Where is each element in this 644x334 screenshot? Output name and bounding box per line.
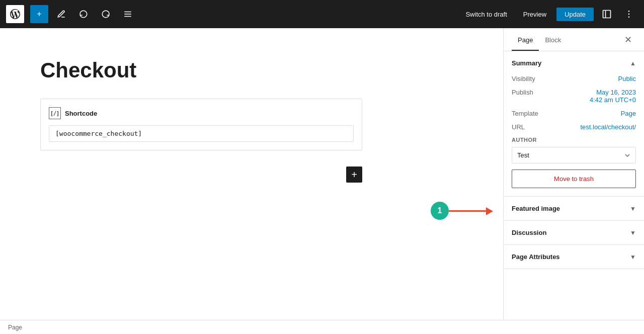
redo-button[interactable] bbox=[97, 5, 115, 23]
author-section: AUTHOR Test bbox=[512, 137, 636, 163]
sidebar: Page Block ✕ Summary ▲ Visibility Public… bbox=[503, 28, 644, 334]
switch-to-draft-button[interactable]: Switch to draft bbox=[459, 8, 513, 21]
shortcode-block[interactable]: [/] Shortcode bbox=[40, 99, 362, 150]
status-label: Page bbox=[8, 324, 22, 331]
more-options-button[interactable] bbox=[620, 5, 638, 23]
undo-button[interactable] bbox=[74, 5, 93, 23]
publish-time: 4:42 am UTC+0 bbox=[590, 96, 636, 104]
author-label: AUTHOR bbox=[512, 137, 636, 143]
discussion-chevron-icon: ▼ bbox=[630, 229, 636, 236]
publish-row: Publish May 16, 2023 4:42 am UTC+0 bbox=[512, 89, 636, 104]
template-value[interactable]: Page bbox=[621, 110, 636, 117]
block-header: [/] Shortcode bbox=[49, 107, 354, 119]
tools-button[interactable] bbox=[52, 5, 70, 23]
summary-content: Visibility Public Publish May 16, 2023 4… bbox=[504, 75, 644, 196]
main-layout: Checkout [/] Shortcode + 1 Page Block ✕ bbox=[0, 0, 644, 334]
publish-date: May 16, 2023 bbox=[596, 89, 636, 96]
template-label: Template bbox=[512, 110, 538, 117]
wordpress-logo[interactable] bbox=[6, 5, 24, 23]
toolbar-right: Switch to draft Preview Update bbox=[459, 5, 638, 23]
preview-button[interactable]: Preview bbox=[517, 8, 552, 21]
svg-point-6 bbox=[628, 14, 630, 15]
publish-value[interactable]: May 16, 2023 4:42 am UTC+0 bbox=[590, 89, 636, 104]
block-label: Shortcode bbox=[65, 110, 97, 117]
add-icon: + bbox=[37, 10, 41, 19]
page-title[interactable]: Checkout bbox=[40, 58, 463, 82]
status-bar: Page bbox=[0, 320, 644, 334]
template-row: Template Page bbox=[512, 110, 636, 117]
tab-page[interactable]: Page bbox=[512, 28, 539, 51]
featured-image-header[interactable]: Featured image ▼ bbox=[504, 197, 644, 220]
discussion-title: Discussion bbox=[512, 229, 546, 236]
featured-image-section: Featured image ▼ bbox=[504, 197, 644, 221]
visibility-value[interactable]: Public bbox=[618, 75, 636, 82]
close-sidebar-button[interactable]: ✕ bbox=[620, 28, 636, 51]
move-to-trash-button[interactable]: Move to trash bbox=[512, 170, 636, 188]
svg-point-5 bbox=[628, 11, 630, 12]
page-attributes-section: Page Attributes ▼ bbox=[504, 245, 644, 269]
layout-toggle-button[interactable] bbox=[598, 5, 616, 23]
url-value[interactable]: test.local/checkout/ bbox=[580, 123, 636, 131]
editor-area: Checkout [/] Shortcode + bbox=[0, 28, 503, 334]
summary-chevron-icon: ▲ bbox=[630, 60, 636, 67]
summary-section: Summary ▲ Visibility Public Publish May … bbox=[504, 51, 644, 197]
author-select[interactable]: Test bbox=[512, 147, 636, 163]
update-button[interactable]: Update bbox=[556, 8, 594, 21]
sidebar-tabs: Page Block ✕ bbox=[504, 28, 644, 51]
svg-point-7 bbox=[628, 17, 630, 18]
shortcode-icon: [/] bbox=[49, 107, 61, 119]
visibility-label: Visibility bbox=[512, 75, 535, 82]
add-block-button[interactable]: + bbox=[346, 166, 362, 183]
discussion-header[interactable]: Discussion ▼ bbox=[504, 221, 644, 244]
page-attributes-chevron-icon: ▼ bbox=[630, 254, 636, 261]
add-block-toolbar-button[interactable]: + bbox=[30, 5, 48, 23]
featured-image-chevron-icon: ▼ bbox=[630, 205, 636, 212]
visibility-row: Visibility Public bbox=[512, 75, 636, 82]
shortcode-input[interactable] bbox=[49, 125, 354, 142]
page-attributes-header[interactable]: Page Attributes ▼ bbox=[504, 245, 644, 269]
list-view-button[interactable] bbox=[119, 5, 137, 23]
discussion-section: Discussion ▼ bbox=[504, 221, 644, 245]
summary-title: Summary bbox=[512, 59, 541, 67]
tab-block[interactable]: Block bbox=[539, 28, 567, 51]
url-row: URL test.local/checkout/ bbox=[512, 123, 636, 131]
publish-label: Publish bbox=[512, 89, 533, 96]
page-attributes-title: Page Attributes bbox=[512, 253, 560, 261]
toolbar: + Switch to draft Preview Update bbox=[0, 0, 644, 28]
svg-rect-3 bbox=[603, 11, 611, 18]
url-label: URL bbox=[512, 123, 525, 131]
summary-section-header[interactable]: Summary ▲ bbox=[504, 51, 644, 75]
featured-image-title: Featured image bbox=[512, 205, 560, 212]
